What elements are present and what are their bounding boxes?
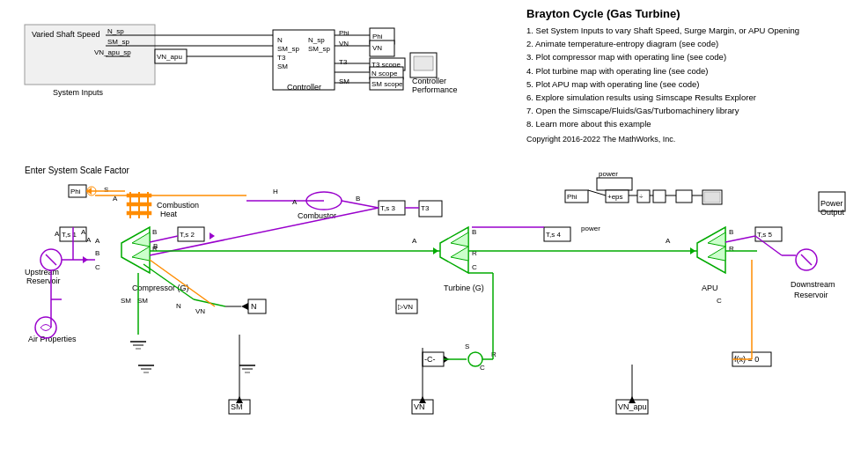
svg-marker-67: [132, 247, 150, 261]
svg-text:Output: Output: [820, 208, 845, 217]
svg-point-60: [306, 192, 342, 210]
svg-line-167: [194, 299, 225, 306]
svg-text:Reservoir: Reservoir: [26, 276, 61, 285]
svg-text:Controller: Controller: [287, 83, 321, 92]
svg-marker-128: [236, 396, 243, 403]
svg-text:A: A: [666, 237, 671, 245]
svg-rect-156: [69, 185, 86, 197]
info-item-8: 8. Learn more about this example: [526, 117, 861, 130]
svg-marker-205: [433, 247, 438, 254]
svg-text:Upstream: Upstream: [25, 268, 59, 276]
svg-text:SM_sp: SM_sp: [107, 38, 129, 46]
info-list: 1. Set System Inputs to vary Shaft Speed…: [526, 24, 861, 131]
svg-text:SM: SM: [137, 297, 148, 305]
svg-text:VN_apu: VN_apu: [157, 53, 182, 61]
info-item-1: 1. Set System Inputs to vary Shaft Speed…: [526, 24, 861, 37]
svg-marker-117: [241, 303, 248, 310]
svg-text:power: power: [581, 225, 600, 232]
svg-text:B: B: [729, 228, 733, 236]
svg-marker-123: [444, 356, 449, 363]
svg-text:N_sp: N_sp: [107, 27, 124, 35]
svg-rect-114: [704, 192, 720, 203]
info-item-6: 6. Explore simulation results using Sims…: [526, 91, 861, 104]
svg-text:Controller: Controller: [412, 77, 446, 85]
svg-text:power: power: [599, 170, 618, 178]
info-item-2: 2. Animate temperature-entropy diagram (…: [526, 37, 861, 50]
svg-text:T,s 1: T,s 1: [62, 231, 77, 239]
svg-rect-99: [819, 192, 845, 211]
svg-point-48: [40, 249, 62, 270]
svg-rect-43: [414, 56, 433, 70]
svg-text:VN: VN: [339, 40, 349, 48]
svg-text:Power: Power: [820, 199, 843, 208]
svg-line-136: [150, 236, 178, 242]
svg-rect-58: [127, 211, 151, 215]
svg-line-149: [725, 236, 755, 242]
svg-rect-93: [755, 227, 782, 241]
svg-text:Turbine (G): Turbine (G): [444, 284, 484, 292]
svg-text:Performance: Performance: [412, 85, 458, 94]
svg-text:T3: T3: [421, 204, 430, 212]
svg-line-166: [143, 264, 194, 299]
svg-point-97: [796, 249, 817, 270]
svg-rect-61: [379, 201, 405, 215]
svg-rect-115: [248, 299, 266, 313]
info-panel: Brayton Cycle (Gas Turbine) 1. Set Syste…: [526, 7, 861, 144]
svg-text:SM_sp: SM_sp: [277, 45, 299, 53]
svg-text:VN_apu_sp: VN_apu_sp: [94, 48, 131, 56]
svg-text:R: R: [152, 245, 158, 253]
svg-text:C: C: [480, 364, 485, 372]
svg-text:Phi: Phi: [70, 188, 81, 195]
svg-text:SM: SM: [231, 402, 243, 411]
svg-text:A: A: [95, 237, 100, 245]
svg-text:SM: SM: [277, 63, 288, 70]
svg-line-49: [46, 254, 56, 265]
svg-text:Combustion: Combustion: [157, 201, 199, 210]
svg-rect-57: [127, 203, 151, 206]
svg-rect-132: [616, 400, 648, 414]
svg-marker-203: [83, 256, 88, 263]
info-item-7: 7. Open the Simscape/Fluids/Gas/Turbomac…: [526, 104, 861, 117]
svg-text:N scope: N scope: [371, 70, 398, 77]
svg-marker-85: [708, 247, 725, 261]
svg-rect-119: [396, 299, 417, 313]
svg-text:R: R: [729, 245, 734, 253]
info-item-3: 3. Plot compressor map with operating li…: [526, 50, 861, 63]
svg-rect-129: [412, 400, 433, 414]
svg-rect-31: [370, 58, 405, 70]
svg-line-98: [801, 254, 812, 265]
svg-text:Phi: Phi: [372, 33, 383, 41]
scale-factor-text: Enter System Scale Factor: [25, 166, 129, 175]
svg-text:SM: SM: [121, 297, 131, 305]
svg-text:T3: T3: [339, 58, 348, 66]
svg-marker-131: [419, 396, 426, 403]
svg-line-190: [588, 190, 606, 195]
svg-rect-10: [273, 30, 335, 90]
svg-text:B: B: [153, 242, 158, 250]
svg-text:S: S: [465, 343, 469, 350]
svg-rect-112: [676, 190, 692, 203]
sys-inputs-label: System Inputs: [53, 88, 103, 97]
svg-text:f(x) = 0: f(x) = 0: [734, 355, 759, 364]
svg-marker-76: [451, 232, 468, 247]
svg-rect-111: [653, 190, 666, 203]
svg-marker-75: [440, 227, 468, 273]
svg-text:Phi: Phi: [567, 193, 577, 201]
svg-marker-134: [629, 396, 636, 403]
svg-text:Compressor (G): Compressor (G): [132, 284, 189, 292]
svg-text:B: B: [152, 228, 157, 236]
svg-rect-124: [732, 352, 771, 366]
svg-text:Reservoir: Reservoir: [794, 291, 828, 299]
svg-text:N_sp: N_sp: [308, 36, 325, 44]
svg-rect-104: [565, 190, 588, 203]
svg-text:N: N: [176, 302, 181, 310]
svg-rect-126: [229, 400, 250, 414]
svg-text:A: A: [81, 228, 86, 236]
svg-text:Combustor: Combustor: [298, 211, 336, 220]
svg-text:+eps: +eps: [607, 193, 623, 201]
svg-marker-84: [708, 232, 725, 247]
svg-text:APU: APU: [702, 284, 718, 292]
svg-marker-83: [697, 227, 725, 273]
svg-text:N: N: [277, 36, 283, 44]
svg-text:X: X: [658, 191, 664, 199]
